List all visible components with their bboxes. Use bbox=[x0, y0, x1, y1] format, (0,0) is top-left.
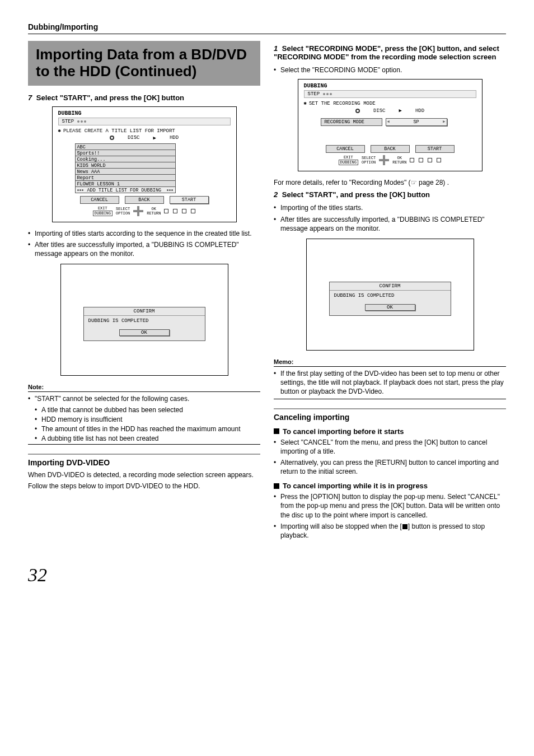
back-button[interactable]: BACK bbox=[125, 196, 164, 204]
disc-icon bbox=[355, 109, 360, 113]
ui-prompt-line: ✱PLEASE CREATE A TITLE LIST FOR IMPORT bbox=[58, 128, 231, 134]
right-column: 1 Select "RECORDING MODE", press the [OK… bbox=[274, 41, 506, 542]
bullet-text: Press the [OPTION] button to display the… bbox=[274, 492, 506, 520]
reference-icon: ☞ bbox=[411, 179, 417, 186]
confirm-ok-button[interactable]: OK bbox=[119, 329, 170, 336]
ok-label: OK bbox=[392, 156, 406, 160]
note-item: HDD memory is insufficient bbox=[28, 416, 260, 423]
color-key-icon bbox=[173, 209, 177, 213]
star-icon: ✱ bbox=[304, 101, 307, 106]
dots-icon bbox=[77, 187, 84, 193]
start-button[interactable]: START bbox=[170, 196, 209, 204]
color-key-icon bbox=[437, 158, 441, 162]
confirm-ok-button[interactable]: OK bbox=[365, 304, 415, 311]
ui-step-label: STEP bbox=[62, 119, 74, 124]
importing-dvd-video-heading: Importing DVD-VIDEO bbox=[28, 454, 260, 467]
start-button[interactable]: START bbox=[415, 145, 455, 153]
dots-icon bbox=[167, 187, 174, 193]
memo-rule bbox=[274, 366, 506, 367]
step-1: 1 Select "RECORDING MODE", press the [OK… bbox=[274, 44, 506, 61]
hdd-label: HDD bbox=[170, 135, 179, 141]
note-rule bbox=[28, 444, 260, 445]
ui-prompt: PLEASE CREATE A TITLE LIST FOR IMPORT bbox=[63, 128, 175, 134]
cancel-button[interactable]: CANCEL bbox=[326, 145, 365, 153]
ui-step-row: STEP bbox=[58, 118, 231, 125]
select-label: SELECT bbox=[362, 156, 376, 160]
back-button[interactable]: BACK bbox=[371, 145, 410, 153]
select-label: SELECT bbox=[116, 207, 130, 211]
recording-mode-label: RECORDING MODE bbox=[321, 118, 382, 126]
ui-title: DUBBING bbox=[304, 83, 476, 89]
confirm-message: DUBBING IS COMPLETED bbox=[84, 316, 205, 326]
disc-label: DISC bbox=[373, 108, 386, 114]
cancel-prog-b2-pre: Importing will also be stopped when the … bbox=[280, 522, 402, 530]
note-label: Note: bbox=[28, 384, 260, 390]
canceling-importing-heading: Canceling importing bbox=[274, 408, 506, 422]
step-2: 2 Select "START", and press the [OK] but… bbox=[274, 190, 506, 199]
hdd-label: HDD bbox=[415, 108, 424, 114]
color-key-icon bbox=[419, 158, 423, 162]
square-bullet-icon bbox=[274, 483, 279, 489]
add-title-row[interactable]: ADD TITLE LIST FOR DUBBING bbox=[75, 186, 176, 193]
confirm-head: CONFIRM bbox=[330, 282, 451, 291]
note-item: A title that cannot be dubbed has been s… bbox=[28, 406, 260, 414]
step-number: 7 bbox=[28, 94, 32, 102]
bullet-text: Importing will also be stopped when the … bbox=[274, 522, 506, 540]
step-2-text: Select "START", and press the [OK] butto… bbox=[282, 190, 430, 199]
ui-prompt-line: ✱SET THE RECORDING MODE bbox=[304, 100, 476, 106]
color-key-icon bbox=[428, 158, 432, 162]
step-7-text: Select "START", and press the [OK] butto… bbox=[36, 94, 184, 102]
confirm-dialog-screen: CONFIRM DUBBING IS COMPLETED OK bbox=[60, 264, 228, 376]
reference-line: For more details, refer to "Recording Mo… bbox=[274, 178, 506, 187]
ref-pre: For more details, refer to "Recording Mo… bbox=[274, 179, 411, 186]
left-column: Importing Data from a BD/DVD to the HDD … bbox=[28, 41, 260, 542]
disc-icon bbox=[110, 136, 114, 140]
color-key-icon bbox=[164, 209, 168, 213]
note-item: The amount of titles in the HDD has reac… bbox=[28, 425, 260, 433]
step-number: 2 bbox=[274, 190, 278, 199]
ui-footer: EXITDUBBING SELECTOPTION OKRETURN bbox=[58, 206, 231, 216]
cancel-button[interactable]: CANCEL bbox=[80, 196, 119, 204]
step-dots-icon bbox=[323, 91, 333, 97]
ui-disc-row: DISC ▶ HDD bbox=[304, 108, 476, 114]
title-list: ABC Sports!! Cooking... KIDS WORLD News … bbox=[75, 143, 176, 193]
confirm-message: DUBBING IS COMPLETED bbox=[330, 291, 451, 301]
color-key-icon bbox=[182, 209, 186, 213]
confirm-head: CONFIRM bbox=[84, 307, 205, 316]
step-7: 7 Select "START", and press the [OK] but… bbox=[28, 94, 260, 102]
recording-mode-value[interactable]: SP bbox=[386, 118, 447, 126]
step-dots-icon bbox=[77, 119, 87, 124]
memo-text: If the first play setting of the DVD-vid… bbox=[274, 369, 506, 396]
step-number: 1 bbox=[274, 44, 278, 53]
note-intro: "START" cannot be selected for the follo… bbox=[28, 394, 260, 403]
dubbing-key-label: DUBBING bbox=[339, 160, 358, 165]
ui-step-label: STEP bbox=[308, 91, 320, 97]
stop-icon bbox=[402, 524, 407, 529]
disc-label: DISC bbox=[128, 135, 140, 141]
exit-label: EXIT bbox=[93, 206, 113, 211]
ui-step-row: STEP bbox=[304, 90, 476, 98]
return-label: RETURN bbox=[392, 160, 406, 165]
page-number: 32 bbox=[28, 564, 506, 586]
star-icon: ✱ bbox=[58, 128, 61, 134]
return-label: RETURN bbox=[147, 211, 161, 216]
section-title: Dubbing/Importing bbox=[28, 22, 506, 34]
option-label: OPTION bbox=[116, 211, 130, 216]
color-key-icon bbox=[191, 209, 195, 213]
exit-label: EXIT bbox=[339, 155, 358, 160]
confirm-dialog-screen: CONFIRM DUBBING IS COMPLETED OK bbox=[306, 239, 474, 351]
dubbing-key-label: DUBBING bbox=[93, 211, 113, 216]
bullet-text: Alternatively, you can press the [RETURN… bbox=[274, 458, 506, 476]
arrow-right-icon: ▶ bbox=[153, 135, 156, 141]
dpad-icon bbox=[379, 155, 389, 165]
note-item: A dubbing title list has not been create… bbox=[28, 435, 260, 442]
recording-mode-row: RECORDING MODE SP bbox=[321, 118, 460, 126]
ref-post: page 28) . bbox=[417, 179, 449, 186]
option-label: OPTION bbox=[362, 160, 376, 165]
memo-rule bbox=[274, 399, 506, 399]
recording-mode-screen: DUBBING STEP ✱SET THE RECORDING MODE DIS… bbox=[298, 79, 483, 171]
main-heading: Importing Data from a BD/DVD to the HDD … bbox=[28, 41, 260, 86]
step-1-sub: Select the "RECORDING MODE" option. bbox=[274, 66, 506, 74]
ui-title: DUBBING bbox=[58, 110, 231, 116]
square-bullet-icon bbox=[274, 428, 279, 434]
